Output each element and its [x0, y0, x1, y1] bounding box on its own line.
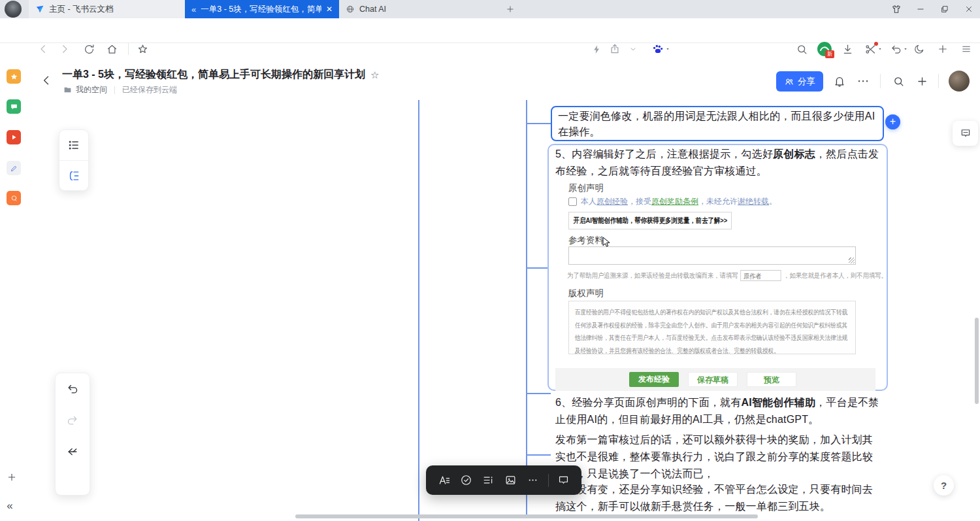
reward-rules-link[interactable]: 原创奖励条例	[651, 197, 698, 206]
list-item-5[interactable]: 5、内容编辑好了之后，注意根据提示，勾选好原创标志，然后点击发布经验，之后就等待…	[555, 146, 882, 180]
corner-add-button[interactable]	[5, 471, 18, 484]
dark-mode-button[interactable]	[911, 41, 927, 57]
corner-collapse-button[interactable]: «	[3, 498, 17, 514]
question-icon: ?	[941, 480, 947, 491]
search-icon	[892, 75, 905, 88]
tab-close-icon[interactable]: ✕	[326, 5, 333, 14]
dock-pen-icon[interactable]	[7, 161, 21, 175]
user-avatar[interactable]	[949, 71, 970, 92]
dock-media-icon[interactable]	[7, 130, 21, 144]
chevron-down-icon	[629, 44, 638, 54]
dock-chat-icon[interactable]	[7, 99, 21, 114]
new-tab-button[interactable]	[504, 3, 517, 16]
text-style-button[interactable]	[435, 471, 453, 490]
download-button[interactable]	[840, 41, 855, 57]
theme-shirt-button[interactable]	[890, 3, 902, 15]
todo-check-button[interactable]	[457, 471, 476, 490]
globe-icon	[346, 5, 355, 14]
tab-title: 一单3 - 5块，写经验领红包，简单易	[201, 4, 321, 15]
ai-assist-button[interactable]: 开启AI智能创作辅助，帮你获得更多浏览量，前去了解>>	[568, 212, 732, 229]
extension-green-button[interactable]: 新	[817, 41, 832, 57]
fit-width-button[interactable]	[63, 443, 82, 461]
reload-button[interactable]	[81, 41, 97, 57]
menu-button[interactable]	[958, 41, 974, 57]
restore-button[interactable]	[939, 3, 951, 15]
baidu-extension-button[interactable]	[649, 41, 672, 57]
no-repost-link[interactable]: 谢绝转载	[738, 197, 769, 206]
insert-image-button[interactable]	[502, 471, 520, 490]
share-button[interactable]: 分享	[776, 71, 823, 92]
undo-button[interactable]	[63, 380, 82, 398]
paw-icon	[651, 42, 664, 56]
doc-search-button[interactable]	[890, 73, 907, 90]
embedded-screenshot-baidu-form[interactable]: 原创声明 本人原创经验，接受原创奖励条例，未经允许谢绝转载。 开启AI智能创作辅…	[555, 178, 875, 391]
more-format-button[interactable]	[524, 471, 542, 490]
vertical-scrollbar[interactable]	[975, 318, 979, 404]
publish-button[interactable]: 发布经验	[629, 372, 679, 387]
shirt-icon	[891, 4, 902, 14]
close-window-button[interactable]	[963, 3, 975, 15]
space-name[interactable]: 我的空间	[76, 84, 107, 95]
more-menu-button[interactable]: ⋯	[855, 73, 872, 90]
header-divider	[938, 74, 939, 88]
reference-textarea[interactable]	[568, 246, 856, 265]
toolbar-expand-button[interactable]	[625, 41, 641, 57]
save-draft-button[interactable]: 保存草稿	[688, 372, 738, 387]
image-icon	[504, 474, 517, 486]
callout-block[interactable]: 一定要润色修改，机器的用词是无法跟人相比的，而且很多少使用AI在操作。	[551, 106, 884, 141]
list-format-button[interactable]	[480, 471, 498, 490]
back-button[interactable]	[35, 41, 51, 57]
tab-collapse-icon[interactable]: «	[191, 5, 196, 14]
home-button[interactable]	[104, 41, 120, 57]
flash-mode-button[interactable]	[589, 41, 604, 57]
dock-star-icon[interactable]	[7, 69, 21, 84]
copyright-statement-box: 百度经验的用户不得侵犯包括他人的著作权在内的知识产权以及其他合法权利，请勿在未经…	[568, 301, 856, 354]
undo-icon	[66, 382, 79, 395]
favorite-star-icon[interactable]: ☆	[370, 69, 379, 81]
caret-down-icon	[665, 46, 670, 52]
preview-button[interactable]: 预览	[747, 372, 796, 387]
tab-chat-ai[interactable]: Chat AI	[339, 0, 496, 18]
block-connector	[527, 123, 551, 124]
toolbar-divider	[128, 43, 129, 55]
redo-button[interactable]	[63, 411, 82, 429]
minimize-button[interactable]	[915, 3, 926, 15]
original-author-input[interactable]	[740, 270, 781, 281]
share-page-button[interactable]	[607, 41, 623, 57]
caret-down-icon	[877, 46, 883, 52]
note-text: 为了帮助用户追溯来源，如果该经验是由转载改编而来，请填写	[567, 271, 738, 280]
original-checkbox-label: 本人原创经验，接受原创奖励条例，未经允许谢绝转载。	[581, 196, 777, 207]
comment-button[interactable]	[555, 471, 573, 490]
toolbar-search-button[interactable]	[794, 41, 809, 57]
help-button[interactable]: ?	[934, 475, 954, 496]
paragraph-7[interactable]: 发布第一篇审核过后的话，还可以额外获得十块的奖励，加入计划其实也不是很难，整体要…	[555, 431, 882, 482]
bullet-list-button[interactable]	[59, 130, 88, 161]
outline-icon	[67, 169, 80, 182]
tab-feishu-home[interactable]: 主页 - 飞书云文档	[29, 0, 185, 18]
screenshot-button[interactable]	[862, 41, 885, 57]
profile-avatar[interactable]	[5, 1, 22, 18]
horizontal-scrollbar[interactable]	[295, 514, 758, 518]
plus-icon: +	[890, 116, 896, 127]
dock-app-icon[interactable]	[7, 191, 21, 205]
add-block-button[interactable]: +	[885, 114, 900, 129]
tab-current-doc[interactable]: « 一单3 - 5块，写经验领红包，简单易 ✕	[185, 0, 339, 18]
doc-back-button[interactable]	[38, 72, 55, 89]
notification-dot	[874, 42, 878, 46]
add-button[interactable]	[935, 41, 951, 57]
forward-button[interactable]	[57, 41, 73, 57]
outline-toc-button[interactable]	[59, 161, 88, 191]
original-experience-link[interactable]: 原创经验	[596, 197, 628, 206]
moon-icon	[913, 43, 925, 55]
bookmark-star-button[interactable]	[135, 41, 150, 57]
resize-grip[interactable]	[849, 258, 855, 263]
list-item-6[interactable]: 6、经验分享页面原创声明的下面，就有AI智能创作辅助，平台是不禁止使用AI的，但…	[555, 394, 882, 428]
paragraph-8[interactable]: 核心没有变，还是分享知识经验，不管平台怎么设定，只要有时间去搞这个，新手可以做新…	[555, 481, 882, 515]
double-chevron-left-icon: «	[7, 499, 12, 513]
page-title: 一单3 - 5块，写经验领红包，简单易上手可长期操作的新回享计划 ☆	[62, 68, 379, 82]
notifications-button[interactable]	[831, 73, 848, 90]
undo-history-button[interactable]	[888, 41, 910, 57]
create-new-button[interactable]	[913, 73, 930, 90]
comments-panel-button[interactable]	[953, 121, 978, 146]
original-checkbox[interactable]	[568, 197, 577, 206]
